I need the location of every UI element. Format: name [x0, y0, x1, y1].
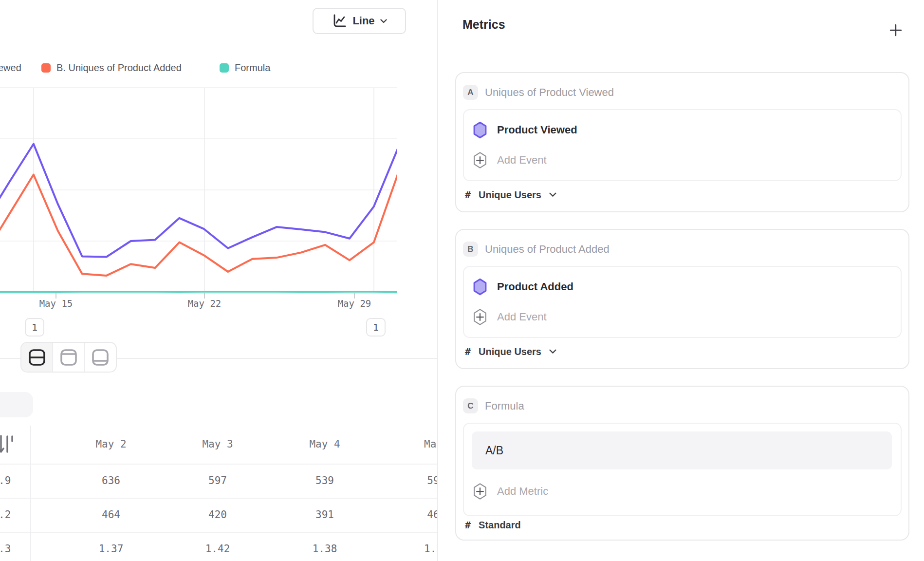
- table-cell: 597: [208, 475, 227, 486]
- measure-label: Unique Users: [479, 189, 541, 201]
- chart-pane: Line ewed B. Uniques of Product Added Fo…: [0, 0, 437, 561]
- table-column-header[interactable]: May 4: [309, 438, 340, 450]
- table-row-divider: [0, 532, 437, 533]
- table-cell: 636: [102, 475, 120, 486]
- add-metric-button[interactable]: [887, 21, 905, 39]
- product-viewed-series[interactable]: [0, 144, 397, 257]
- table-cell: 391: [315, 509, 334, 521]
- chart-gridlines: [0, 88, 397, 293]
- add-metric-label: Add Metric: [497, 485, 548, 498]
- hash-icon: #: [465, 519, 471, 531]
- frozen-cell-fragment: .2: [0, 509, 11, 521]
- metric-card-title: Uniques of Product Added: [485, 243, 610, 256]
- event-box: Product Viewed Add Event: [463, 109, 902, 181]
- measure-label: Standard: [479, 520, 521, 531]
- metric-card-b[interactable]: B Uniques of Product Added Product Added…: [455, 229, 909, 369]
- x-axis-label: May 15: [39, 298, 73, 309]
- table-row-divider: [0, 498, 437, 499]
- table-cell: 1.42: [205, 543, 230, 555]
- add-event-row[interactable]: Add Event: [464, 145, 901, 175]
- frozen-column-divider: [30, 426, 31, 561]
- metric-card-c[interactable]: C Formula A/B Add Metric # Standard: [455, 386, 909, 541]
- table-cell: 420: [208, 509, 227, 521]
- add-event-hexagon-icon: [473, 151, 487, 169]
- x-axis-label: May 29: [338, 298, 371, 309]
- formula-box: A/B Add Metric: [463, 423, 902, 516]
- product-added-series[interactable]: [0, 173, 397, 276]
- layout-toggle-group: [20, 342, 117, 373]
- panel-top-icon: [59, 348, 78, 367]
- measure-label: Unique Users: [479, 346, 541, 357]
- event-name: Product Viewed: [497, 124, 577, 136]
- hash-icon: #: [465, 189, 471, 201]
- event-hexagon-icon: [473, 121, 487, 139]
- event-hexagon-icon: [473, 278, 487, 296]
- event-name: Product Added: [497, 280, 573, 293]
- metric-badge-a: A: [463, 85, 478, 100]
- chevron-down-icon: [549, 349, 556, 354]
- add-metric-hexagon-icon: [473, 483, 487, 500]
- add-metric-row[interactable]: Add Metric: [464, 476, 901, 506]
- table-column-header[interactable]: May 3: [202, 438, 233, 450]
- table-tab-pill[interactable]: [0, 392, 33, 417]
- range-handle-badge-right[interactable]: 1: [366, 318, 386, 337]
- metric-card-a[interactable]: A Uniques of Product Viewed Product View…: [455, 72, 909, 212]
- add-event-label: Add Event: [497, 311, 547, 323]
- table-cell: 1.38: [313, 543, 337, 555]
- sort-icon[interactable]: [0, 433, 15, 456]
- layout-toggle-panel-bottom[interactable]: [84, 343, 116, 372]
- add-event-label: Add Event: [497, 154, 547, 167]
- event-row-product-viewed[interactable]: Product Viewed: [464, 115, 901, 145]
- event-row-product-added[interactable]: Product Added: [464, 272, 901, 302]
- chevron-down-icon: [549, 192, 556, 197]
- measure-type[interactable]: # Standard: [465, 519, 521, 531]
- measure-dropdown[interactable]: # Unique Users: [465, 346, 556, 357]
- add-event-hexagon-icon: [473, 308, 487, 326]
- panel-bottom-icon: [91, 348, 110, 367]
- formula-line-series[interactable]: [0, 292, 397, 292]
- metric-card-title: Formula: [485, 400, 524, 412]
- table-column-header[interactable]: May 2: [95, 438, 126, 450]
- layout-toggle-panel-top[interactable]: [52, 343, 84, 372]
- metric-card-title: Uniques of Product Viewed: [485, 86, 614, 99]
- table-row-divider: [0, 464, 437, 465]
- metrics-panel-title: Metrics: [462, 18, 505, 32]
- table-cell: 1.37: [99, 543, 124, 555]
- measure-dropdown[interactable]: # Unique Users: [465, 189, 556, 201]
- plus-icon: [889, 23, 903, 37]
- table-cell: 464: [102, 509, 120, 521]
- layout-toggle-split-horizontal[interactable]: [21, 343, 52, 372]
- frozen-cell-fragment: .3: [0, 543, 11, 555]
- add-event-row[interactable]: Add Event: [464, 302, 901, 332]
- metric-badge-b: B: [463, 242, 478, 257]
- line-chart[interactable]: [0, 0, 397, 299]
- split-horizontal-icon: [28, 348, 46, 367]
- metric-badge-c: C: [463, 398, 478, 413]
- formula-input[interactable]: A/B: [472, 431, 892, 469]
- frozen-cell-fragment: .9: [0, 475, 11, 486]
- x-axis-label: May 22: [188, 298, 222, 309]
- range-handle-badge-left[interactable]: 1: [25, 318, 44, 337]
- table-cell: 539: [315, 475, 334, 486]
- metrics-panel: Metrics A Uniques of Product Viewed Prod…: [437, 0, 924, 561]
- event-box: Product Added Add Event: [463, 266, 902, 338]
- hash-icon: #: [465, 346, 471, 357]
